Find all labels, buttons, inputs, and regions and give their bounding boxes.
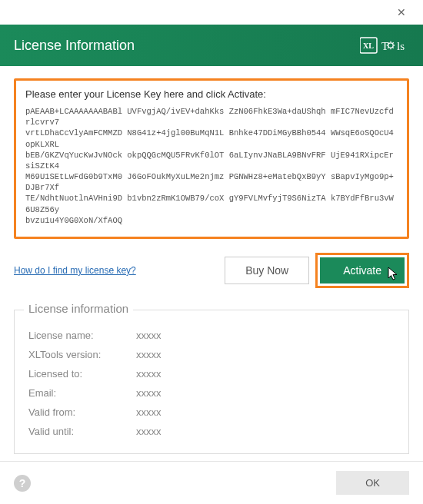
info-label: XLTools version:	[28, 349, 136, 360]
info-row: Email:xxxxx	[28, 383, 395, 403]
svg-line-9	[393, 48, 394, 48]
help-icon[interactable]: ?	[14, 475, 31, 492]
info-row: Licensed to:xxxxx	[28, 364, 395, 383]
info-row: License name:xxxxx	[28, 326, 395, 345]
info-label: License name:	[28, 330, 136, 341]
close-icon[interactable]: ✕	[391, 3, 412, 22]
svg-point-3	[388, 43, 393, 48]
svg-text:T: T	[381, 40, 388, 52]
license-key-input[interactable]: pAEAAB+LCAAAAAAABABl UVFvgjAQ/ivEV+dahKk…	[25, 106, 398, 226]
titlebar: ✕	[0, 0, 423, 25]
info-rows: License name:xxxxxXLTools version:xxxxxL…	[28, 326, 395, 441]
info-label: Valid from:	[28, 406, 136, 418]
info-row: XLTools version:xxxxx	[28, 345, 395, 364]
instruction-text: Please enter your License Key here and c…	[25, 88, 398, 100]
activate-button[interactable]: Activate	[320, 257, 405, 284]
license-info-fieldset: License information License name:xxxxxXL…	[14, 310, 409, 454]
info-value: xxxxx	[136, 426, 162, 437]
header: License Information XL T ls	[0, 25, 423, 66]
svg-line-8	[388, 42, 388, 43]
info-label: Licensed to:	[28, 368, 136, 380]
ok-button[interactable]: OK	[336, 471, 409, 495]
info-row: Valid from:xxxxx	[28, 403, 395, 422]
find-key-link[interactable]: How do I find my license key?	[14, 265, 136, 276]
fieldset-legend: License information	[24, 302, 133, 315]
license-key-box: Please enter your License Key here and c…	[14, 78, 409, 239]
info-value: xxxxx	[136, 330, 162, 341]
info-label: Valid until:	[28, 426, 136, 437]
buy-now-button[interactable]: Buy Now	[225, 257, 309, 284]
svg-line-10	[388, 48, 388, 48]
svg-text:ls: ls	[397, 40, 405, 52]
activate-button-label: Activate	[343, 264, 381, 277]
activate-highlight: Activate	[315, 253, 409, 288]
actions-row: How do I find my license key? Buy Now Ac…	[14, 253, 409, 288]
info-value: xxxxx	[136, 368, 162, 380]
info-value: xxxxx	[136, 406, 162, 418]
info-value: xxxxx	[136, 349, 162, 360]
footer: ? OK	[0, 461, 423, 504]
xltools-logo: XL T ls	[360, 34, 409, 57]
svg-text:XL: XL	[363, 41, 374, 50]
cursor-icon	[388, 267, 400, 282]
svg-line-11	[393, 42, 394, 43]
page-title: License Information	[14, 38, 135, 54]
info-label: Email:	[28, 387, 136, 399]
info-row: Valid until:xxxxx	[28, 422, 395, 441]
content: Please enter your License Key here and c…	[0, 66, 423, 486]
info-value: xxxxx	[136, 387, 162, 399]
button-group: Buy Now Activate	[225, 253, 409, 288]
